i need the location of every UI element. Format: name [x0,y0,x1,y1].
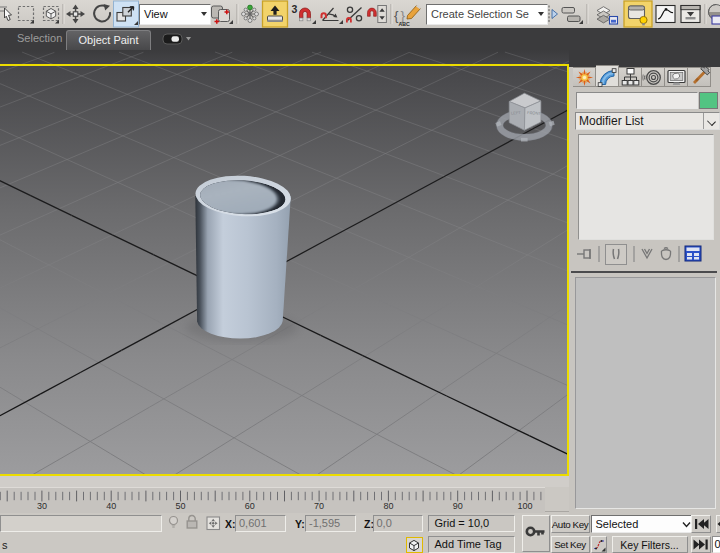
svg-text:ABC: ABC [399,21,410,27]
svg-text:3: 3 [292,3,298,15]
